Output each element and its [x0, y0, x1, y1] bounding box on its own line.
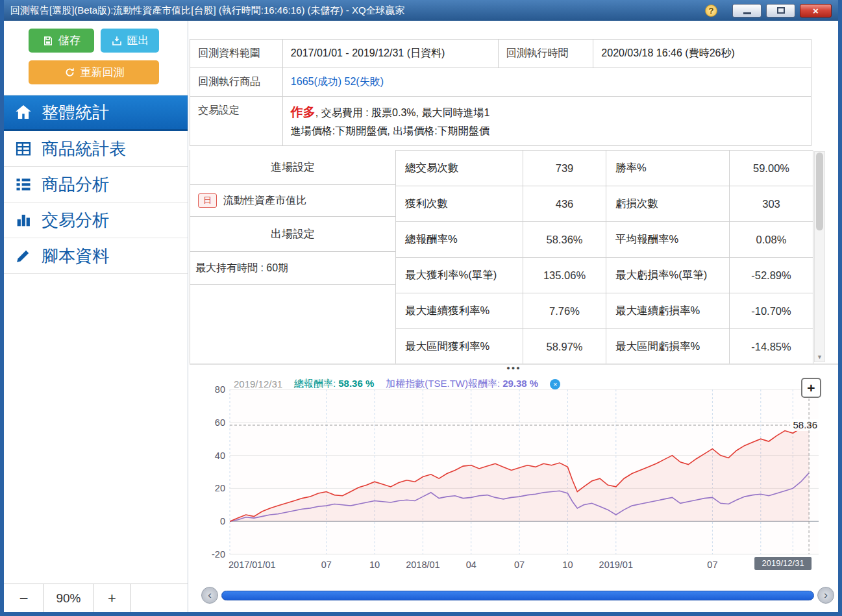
stat-label: 最大區間獲利率% — [396, 329, 523, 364]
svg-text:04: 04 — [466, 560, 477, 570]
nav-label: 腳本資料 — [42, 245, 109, 267]
app-window: 回測報告[選股](Beta版):流動性資產市值比[台股] (執行時間:16:46… — [0, 0, 842, 616]
sidebar-nav: 整體統計 商品統計表 商品分析 交易分析 腳本資料 — [4, 95, 188, 274]
chart-horizontal-scrollbar: ‹ › — [201, 587, 834, 604]
trade-direction: 作多 — [291, 105, 316, 119]
close-icon: × — [813, 5, 819, 16]
table-icon — [14, 140, 32, 158]
stat-value: 0.08% — [730, 222, 813, 258]
nav-item-trade-analysis[interactable]: 交易分析 — [4, 203, 188, 238]
entry-script-name[interactable]: 流動性資產市值比 — [223, 194, 306, 208]
export-button[interactable]: 匯出 — [101, 29, 159, 53]
svg-text:2019/01: 2019/01 — [599, 560, 633, 570]
svg-text:20: 20 — [215, 483, 225, 493]
svg-text:58.36: 58.36 — [793, 419, 817, 430]
save-label: 儲存 — [58, 33, 80, 48]
nav-label: 商品統計表 — [42, 138, 126, 160]
rerun-backtest-button[interactable]: 重新回測 — [29, 60, 159, 84]
maximize-icon — [777, 7, 785, 14]
window-title: 回測報告[選股](Beta版):流動性資產市值比[台股] (執行時間:16:46… — [10, 5, 405, 17]
trade-settings-label: 交易設定 — [190, 97, 283, 146]
stat-label: 最大獲利率%(單筆) — [396, 258, 523, 293]
nav-label: 交易分析 — [42, 209, 109, 232]
minimize-button[interactable] — [732, 4, 762, 18]
zoom-in-button[interactable]: + — [93, 584, 131, 612]
stat-label: 最大虧損率%(單筆) — [606, 258, 730, 293]
exit-settings-title: 出場設定 — [190, 217, 395, 252]
svg-text:10: 10 — [562, 560, 573, 570]
trade-detail: , 交易費用 : 股票0.3%, 最大同時進場1 — [316, 107, 489, 118]
stat-label: 平均報酬率% — [606, 222, 730, 258]
stat-value: -14.85% — [730, 329, 813, 364]
nav-label: 整體統計 — [42, 101, 109, 124]
svg-text:07: 07 — [707, 560, 717, 570]
stat-label: 總報酬率% — [396, 222, 523, 258]
main-content: 回測資料範圍 2017/01/01 - 2019/12/31 (日資料) 回測執… — [188, 21, 838, 612]
save-button[interactable]: 儲存 — [29, 29, 94, 53]
nav-item-script-data[interactable]: 腳本資料 — [4, 238, 188, 274]
pane-splitter[interactable]: ●●● — [190, 364, 838, 373]
svg-text:-20: -20 — [212, 549, 225, 560]
legend-total-return: 總報酬率:58.36 % — [294, 378, 374, 390]
nav-label: 商品分析 — [42, 173, 109, 196]
zoom-bar: − 90% + — [4, 584, 188, 612]
stat-label: 最大連續獲利率% — [396, 293, 523, 329]
nav-item-overall-stats[interactable]: 整體統計 — [4, 95, 188, 131]
stat-label: 虧損次數 — [606, 186, 730, 222]
stats-vertical-scrollbar[interactable]: ▼ — [814, 151, 825, 362]
trade-settings-value: 作多, 交易費用 : 股票0.3%, 最大同時進場1 進場價格:下期開盤價, 出… — [282, 97, 811, 146]
scroll-down-icon[interactable]: ▼ — [815, 354, 824, 360]
svg-text:40: 40 — [215, 450, 225, 461]
nav-item-symbol-analysis[interactable]: 商品分析 — [4, 167, 188, 203]
stat-label: 勝率% — [606, 151, 730, 186]
stat-label: 最大區間虧損率% — [606, 329, 730, 364]
zoom-out-button[interactable]: − — [4, 584, 44, 612]
legend-date: 2019/12/31 — [234, 378, 282, 389]
svg-text:60: 60 — [215, 417, 225, 428]
returns-chart-panel: 2019/12/31 總報酬率:58.36 % 加權指數(TSE.TW)報酬率:… — [201, 375, 826, 604]
svg-text:2017/01/01: 2017/01/01 — [229, 560, 276, 570]
stat-value: -10.70% — [730, 293, 813, 329]
svg-text:07: 07 — [321, 560, 332, 570]
help-icon[interactable]: ? — [705, 5, 717, 17]
svg-text:80: 80 — [215, 384, 225, 395]
backtest-info-table: 回測資料範圍 2017/01/01 - 2019/12/31 (日資料) 回測執… — [190, 39, 811, 146]
stat-value: 135.06% — [523, 258, 606, 293]
maximize-button[interactable] — [766, 4, 795, 18]
exit-rule: 最大持有時間 : 60期 — [190, 252, 395, 285]
title-bar: 回測報告[選股](Beta版):流動性資產市值比[台股] (執行時間:16:46… — [4, 0, 838, 21]
minimize-icon — [743, 12, 751, 14]
close-button[interactable]: × — [800, 4, 832, 18]
bar-chart-icon — [14, 211, 32, 229]
rerun-label: 重新回測 — [80, 65, 125, 80]
day-frequency-badge: 日 — [198, 193, 217, 208]
scrollbar-track[interactable] — [221, 591, 814, 600]
entry-settings-title: 進場設定 — [190, 150, 395, 185]
stat-value: 303 — [730, 186, 813, 222]
trade-detail-2: 進場價格:下期開盤價, 出場價格:下期開盤價 — [291, 125, 803, 138]
home-icon — [14, 103, 32, 121]
stat-value: 7.76% — [523, 293, 606, 329]
stat-label: 最大連續虧損率% — [606, 293, 730, 329]
scroll-left-button[interactable]: ‹ — [201, 587, 218, 604]
chart-zoom-in-button[interactable]: + — [801, 378, 821, 398]
symbols-value[interactable]: 1665(成功) 52(失敗) — [282, 68, 811, 97]
stat-value: 58.97% — [523, 329, 606, 364]
pencil-icon — [14, 247, 32, 265]
exec-time-value: 2020/03/18 16:46 (費時26秒) — [593, 40, 811, 68]
symbols-label: 回測執行商品 — [190, 68, 283, 97]
legend-close-icon[interactable]: × — [550, 379, 560, 389]
nav-item-symbol-stats-table[interactable]: 商品統計表 — [4, 131, 188, 167]
scroll-right-button[interactable]: › — [817, 587, 834, 604]
scrollbar-thumb[interactable] — [816, 153, 823, 230]
returns-line-chart[interactable]: 806040200-2058.362017/01/0107102018/0104… — [201, 375, 826, 585]
svg-text:2019/12/31: 2019/12/31 — [762, 558, 804, 568]
stat-value: -52.89% — [730, 258, 813, 293]
list-icon — [14, 175, 32, 193]
stats-grid: 總交易次數 739 勝率% 59.00% 獲利次數 436 虧損次數 303 總… — [395, 150, 813, 363]
range-label: 回測資料範圍 — [190, 40, 283, 68]
stat-value: 739 — [523, 151, 606, 186]
svg-text:0: 0 — [220, 516, 225, 526]
legend-index-return: 加權指數(TSE.TW)報酬率:29.38 % — [386, 378, 538, 390]
statistics-section: 進場設定 日 流動性資產市值比 出場設定 最大持有時間 : 60期 總交易次數 … — [190, 150, 838, 364]
